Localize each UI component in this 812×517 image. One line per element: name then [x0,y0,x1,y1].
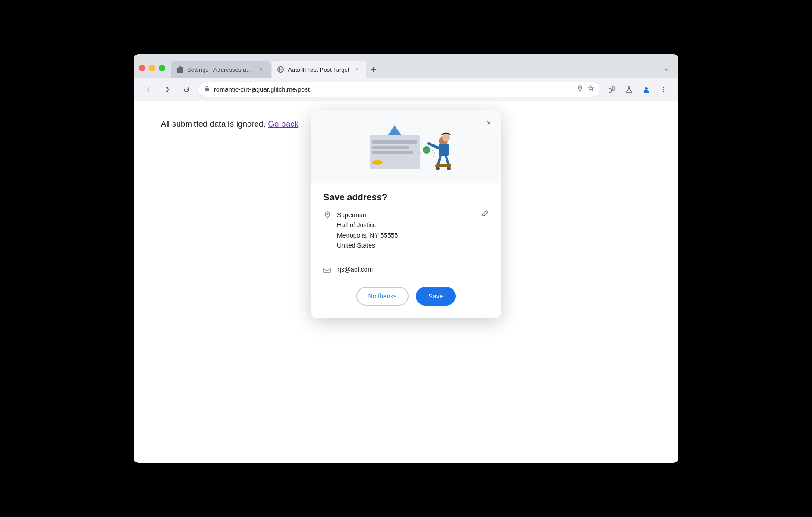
address-bar[interactable]: romantic-dirt-jaguar.glitch.me/post [198,82,600,97]
maximize-window-button[interactable] [159,65,165,71]
profile-button[interactable] [639,82,654,97]
svg-point-26 [447,167,451,170]
address-line1: Hall of Justice [337,220,476,230]
autofill-tab-close[interactable]: × [353,65,361,74]
browser-window: Settings - Addresses and mo × Autofill T… [134,54,678,463]
edit-address-button[interactable] [481,210,489,251]
dialog-overlay: × [134,101,678,463]
svg-point-25 [436,167,440,170]
address-section: Superman Hall of Justice Metropolis, NY … [323,210,489,258]
security-icon [204,85,210,93]
svg-point-27 [327,213,328,215]
svg-rect-17 [372,151,413,154]
svg-rect-8 [612,87,614,90]
svg-point-19 [372,160,383,165]
extensions-button[interactable] [604,82,619,97]
svg-marker-18 [388,125,401,135]
dialog-illustration [311,110,501,183]
toolbar: romantic-dirt-jaguar.glitch.me/post [134,78,678,101]
svg-rect-23 [439,144,449,156]
close-window-button[interactable] [139,65,145,71]
dialog-body: Save address? Superman Hall of Justice M… [311,183,501,318]
save-button[interactable]: Save [416,287,456,306]
address-details: Superman Hall of Justice Metropolis, NY … [337,210,476,251]
svg-point-22 [442,134,450,142]
globe-icon [277,66,284,73]
settings-tab-label: Settings - Addresses and mo [187,66,253,73]
labs-button[interactable] [621,82,637,97]
dialog-close-button[interactable]: × [482,117,495,129]
toolbar-right-controls [604,82,671,97]
window-controls [139,65,165,78]
dialog-buttons: No thanks Save [323,287,489,306]
svg-rect-5 [205,88,209,91]
gear-icon [176,66,183,73]
refresh-button[interactable] [179,82,194,97]
forward-button[interactable] [160,82,175,97]
url-text: romantic-dirt-jaguar.glitch.me/post [214,86,573,93]
tab-bar: Settings - Addresses and mo × Autofill T… [171,61,673,78]
bookmark-star-icon[interactable] [587,85,594,94]
minimize-window-button[interactable] [149,65,155,71]
address-line2: Metropolis, NY 55555 [337,230,476,240]
svg-rect-7 [609,89,611,92]
tab-autofill[interactable]: Autofill Test Post Target × [272,61,366,78]
address-name: Superman [337,210,476,220]
location-icon [576,85,584,94]
email-text: hjs@aol.com [336,266,373,276]
tab-settings[interactable]: Settings - Addresses and mo × [171,61,271,78]
save-address-dialog: × [311,110,501,318]
settings-tab-close[interactable]: × [257,65,265,74]
no-thanks-button[interactable]: No thanks [356,287,409,306]
more-options-button[interactable] [656,82,671,97]
title-bar: Settings - Addresses and mo × Autofill T… [134,54,678,78]
svg-point-11 [663,86,664,88]
svg-point-12 [663,89,664,90]
svg-point-13 [663,91,664,92]
location-pin-icon [323,211,332,251]
svg-rect-16 [372,146,409,149]
content-area: All submitted data is ignored. Go back .… [134,101,678,463]
address-country: United States [337,240,476,250]
svg-rect-28 [324,268,330,273]
svg-point-10 [645,87,648,90]
email-icon [323,267,331,276]
new-tab-button[interactable] [367,63,380,76]
svg-point-6 [579,87,581,89]
autofill-tab-label: Autofill Test Post Target [288,66,349,73]
back-button[interactable] [141,82,156,97]
address-illustration-svg [342,117,470,176]
email-section: hjs@aol.com [323,266,489,276]
tab-dropdown-button[interactable] [660,63,673,76]
svg-rect-15 [372,140,417,144]
dialog-title: Save address? [323,192,489,203]
